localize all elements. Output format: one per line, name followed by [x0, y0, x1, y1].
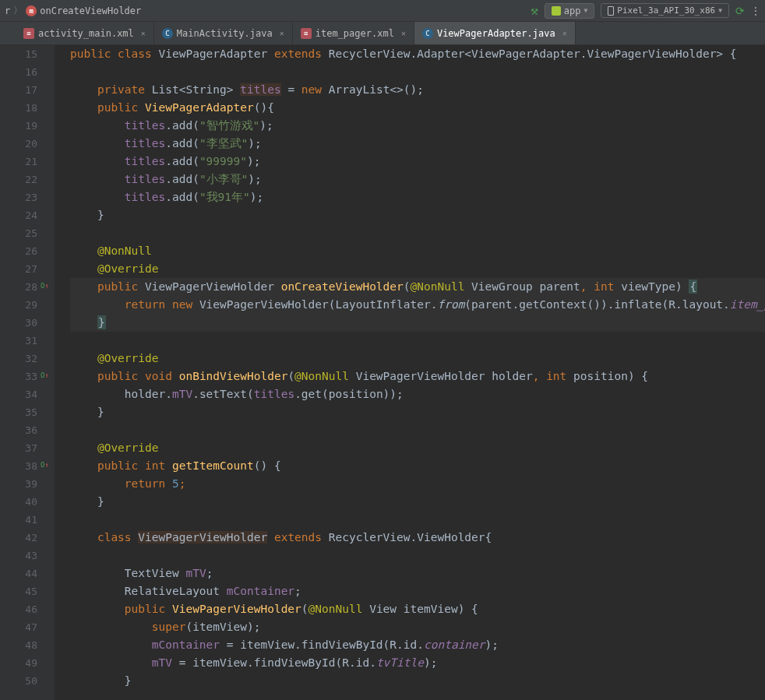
close-icon[interactable]: ✕ [562, 29, 567, 37]
code-line [70, 547, 765, 565]
close-icon[interactable]: ✕ [401, 29, 406, 37]
java-file-icon: C [422, 28, 433, 39]
code-line: return 5; [70, 475, 765, 493]
code-line: @Override [70, 350, 765, 368]
override-gutter-icon[interactable]: O↑ [41, 281, 50, 290]
code-line [70, 511, 765, 529]
android-icon [552, 6, 561, 16]
code-line: } [70, 493, 765, 511]
xml-file-icon: ≡ [23, 28, 34, 39]
code-line [70, 690, 765, 700]
device-label: Pixel_3a_API_30_x86 [617, 5, 715, 16]
code-line: public ViewPagerViewHolder(@NonNull View… [70, 600, 765, 618]
editor-area: 1516171819202122232425262728O↑2930313233… [0, 45, 765, 700]
method-icon: m [26, 5, 37, 16]
close-icon[interactable]: ✕ [280, 29, 284, 37]
run-config-label: app [564, 5, 581, 16]
code-line: RelativeLayout mContainer; [70, 582, 765, 600]
code-line [70, 63, 765, 81]
code-line: @NonNull [70, 242, 765, 260]
code-line: @Override [70, 439, 765, 457]
code-line: titles.add("李坚武"); [70, 135, 765, 153]
run-config-selector[interactable]: app ▼ [545, 3, 595, 19]
code-line: class ViewPagerViewHolder extends Recycl… [70, 529, 765, 547]
code-line: public class ViewPagerAdapter extends Re… [70, 45, 765, 63]
dropdown-icon: ▼ [584, 7, 588, 14]
code-line: mContainer = itemView.findViewById(R.id.… [70, 636, 765, 654]
code-line: holder.mTV.setText(titles.get(position))… [70, 385, 765, 403]
code-line: } [70, 206, 765, 224]
tab-viewpageradapter[interactable]: C ViewPagerAdapter.java ✕ [414, 22, 576, 44]
toolbar-right: ⚒ app ▼ Pixel_3a_API_30_x86 ▼ ⟳ ⋮ [531, 3, 760, 19]
dropdown-icon: ▼ [718, 7, 722, 14]
override-gutter-icon[interactable]: O↑ [41, 460, 50, 470]
close-icon[interactable]: ✕ [141, 29, 146, 37]
build-icon[interactable]: ⚒ [531, 3, 538, 18]
code-line: public int getItemCount() { [70, 457, 765, 475]
code-line: @Override [70, 260, 765, 278]
code-line: mTV = itemView.findViewById(R.id.tvTitle… [70, 654, 765, 672]
code-line: return new ViewPagerViewHolder(LayoutInf… [70, 296, 765, 314]
tabs-bar: ≡ activity_main.xml ✕ C MainActivity.jav… [0, 22, 765, 45]
code-line [70, 224, 765, 242]
java-file-icon: C [162, 28, 173, 39]
code-line [70, 421, 765, 439]
tab-label: item_pager.xml [316, 28, 394, 39]
tab-label: MainActivity.java [177, 28, 273, 39]
code-line: titles.add("我91年"); [70, 188, 765, 206]
breadcrumb-separator: 〉 [13, 4, 23, 17]
xml-file-icon: ≡ [301, 28, 312, 39]
tab-mainactivity[interactable]: C MainActivity.java ✕ [154, 22, 293, 44]
breadcrumb-method: onCreateViewHolder [40, 5, 141, 16]
code-line: public void onBindViewHolder(@NonNull Vi… [70, 368, 765, 385]
code-line: titles.add("99999"); [70, 153, 765, 171]
phone-icon [608, 6, 614, 16]
code-line: titles.add("智竹游戏"); [70, 117, 765, 135]
sync-icon[interactable]: ⟳ [735, 5, 745, 17]
code-line: TextView mTV; [70, 565, 765, 582]
code-line: titles.add("小李哥"); [70, 171, 765, 188]
more-icon[interactable]: ⋮ [751, 5, 760, 16]
code-line: public ViewPagerViewHolder onCreateViewH… [70, 278, 765, 296]
breadcrumb[interactable]: r 〉 m onCreateViewHolder [5, 4, 141, 17]
tab-label: activity_main.xml [38, 28, 134, 39]
code-line: super(itemView); [70, 618, 765, 636]
top-toolbar: r 〉 m onCreateViewHolder ⚒ app ▼ Pixel_3… [0, 0, 765, 22]
tab-label: ViewPagerAdapter.java [437, 28, 555, 39]
device-selector[interactable]: Pixel_3a_API_30_x86 ▼ [601, 3, 729, 18]
line-gutter[interactable]: 1516171819202122232425262728O↑2930313233… [0, 45, 55, 700]
tab-item-pager[interactable]: ≡ item_pager.xml ✕ [293, 22, 414, 44]
override-gutter-icon[interactable]: O↑ [41, 371, 50, 380]
breadcrumb-suffix: r [5, 5, 10, 16]
code-pane[interactable]: public class ViewPagerAdapter extends Re… [55, 45, 765, 700]
code-line: public ViewPagerAdapter(){ [70, 99, 765, 117]
code-line: private List<String> titles = new ArrayL… [70, 81, 765, 99]
code-line [70, 332, 765, 350]
code-line: } [70, 672, 765, 690]
code-line: } [70, 314, 765, 332]
code-line: } [70, 403, 765, 421]
tab-activity-main[interactable]: ≡ activity_main.xml ✕ [16, 22, 154, 44]
